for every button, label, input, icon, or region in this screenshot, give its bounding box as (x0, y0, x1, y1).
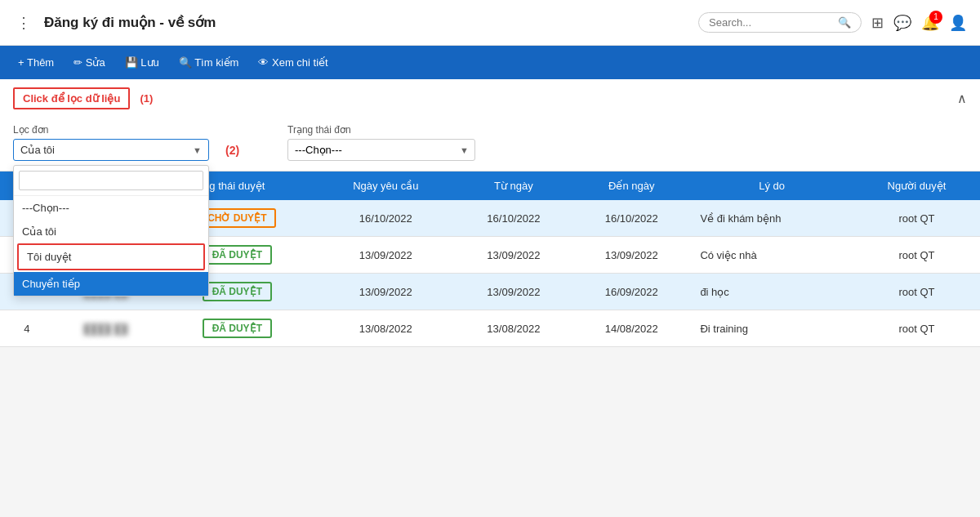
filter-header: Click để lọc dữ liệu (1) ∧ (13, 79, 967, 118)
notification-badge: 1 (929, 11, 942, 24)
trangthai-select-wrapper: ---Chọn--- ▼ (287, 139, 475, 161)
dropdown-item-chuyentiep[interactable]: Chuyển tiếp (14, 272, 208, 296)
filter-count: (1) (140, 92, 153, 105)
cell-ngayyeucau: 13/09/2022 (317, 274, 455, 310)
status-badge: ĐÃ DUYỆT (203, 282, 272, 301)
cell-num: 4 (0, 310, 54, 347)
grid-icon: ⊞ (871, 15, 884, 31)
cell-lydo: Có việc nhà (690, 237, 853, 274)
cell-tungay: 13/09/2022 (455, 237, 572, 274)
search-input[interactable] (709, 16, 838, 29)
chat-button[interactable]: 💬 (893, 14, 911, 32)
loc-don-chevron: ▼ (193, 145, 202, 155)
cell-tungay: 16/10/2022 (455, 200, 572, 237)
table-row: 4████ ██ĐÃ DUYỆT13/08/202213/08/202214/0… (0, 310, 980, 347)
cell-denngay: 16/09/2022 (572, 274, 690, 310)
cell-ngayyeucau: 13/09/2022 (317, 237, 455, 274)
cell-denngay: 14/08/2022 (572, 310, 690, 347)
blurred-name: ████ ██ (83, 323, 127, 335)
cell-nguoiduyet: root QT (853, 310, 980, 347)
loc-don-select-wrapper[interactable]: Của tôi ▼ (13, 139, 209, 161)
cell-ngayyeucau: 13/08/2022 (317, 310, 455, 347)
loc-don-dropdown-menu: ---Chọn--- Của tôi Tôi duyệt Chuyển tiếp (13, 165, 209, 296)
cell-denngay: 13/09/2022 (572, 237, 690, 274)
user-icon: 👤 (949, 15, 967, 31)
cell-nguoiduyet: root QT (853, 200, 980, 237)
filter-group-trangthai: Trạng thái đơn ---Chọn--- ▼ (287, 124, 475, 161)
collapse-button[interactable]: ∧ (957, 91, 967, 106)
cell-tungay: 13/09/2022 (455, 274, 572, 310)
cell-lydo: Đi training (690, 310, 853, 347)
grid-button[interactable]: ⊞ (871, 14, 884, 32)
cell-status: ĐÃ DUYỆT (158, 310, 317, 347)
search-box[interactable]: 🔍 (698, 12, 862, 33)
col-ngayyeucau: Ngày yêu cầu (317, 172, 455, 200)
col-nguoiduyet: Người duyệt (853, 172, 980, 200)
search-icon[interactable]: 🔍 (838, 16, 851, 29)
timkiem-button[interactable]: 🔍 Tìm kiếm (171, 52, 247, 73)
loc-don-dropdown-wrapper: Của tôi ▼ ---Chọn--- Của tôi Tôi duyệt C… (13, 139, 209, 161)
top-navigation: ⋮ Đăng ký đi muộn - về sớm 🔍 ⊞ 💬 🔔 1 👤 (0, 0, 980, 46)
dropdown-item-chon[interactable]: ---Chọn--- (14, 196, 208, 220)
click-filter-button[interactable]: Click để lọc dữ liệu (13, 87, 130, 109)
status-badge: ĐÃ DUYỆT (203, 319, 272, 338)
cell-tungay: 13/08/2022 (455, 310, 572, 347)
page-title: Đăng ký đi muộn - về sớm (44, 14, 216, 31)
cell-ngayyeucau: 16/10/2022 (317, 200, 455, 237)
col-denngay: Đến ngày (572, 172, 690, 200)
xemchitiet-button[interactable]: 👁 Xem chi tiết (250, 52, 336, 73)
chat-icon: 💬 (893, 15, 911, 31)
col-tungay: Từ ngày (455, 172, 572, 200)
filter-row: Lọc đơn Của tôi ▼ ---Chọn--- Của tôi Tôi… (13, 118, 967, 171)
luu-button[interactable]: 💾 Lưu (117, 52, 167, 73)
loc-don-label: Lọc đơn (13, 124, 209, 136)
cell-name: ████ ██ (54, 310, 158, 347)
user-button[interactable]: 👤 (949, 14, 967, 32)
cell-lydo: Về đi khám bệnh (690, 200, 853, 237)
cell-nguoiduyet: root QT (853, 237, 980, 274)
filter-header-left: Click để lọc dữ liệu (1) (13, 87, 153, 109)
cell-lydo: đi học (690, 274, 853, 310)
trangthai-label: Trạng thái đơn (287, 124, 475, 136)
dropdown-item-cuatoi[interactable]: Của tôi (14, 220, 208, 243)
col-lydo: Lý do (690, 172, 853, 200)
status-badge: ĐÃ DUYỆT (203, 245, 272, 265)
cell-denngay: 16/10/2022 (572, 200, 690, 237)
status-badge: CHỜ DUYỆT (198, 208, 276, 228)
them-button[interactable]: + Thêm (10, 52, 62, 73)
dropdown-search-input[interactable] (19, 171, 203, 190)
filter-section: Click để lọc dữ liệu (1) ∧ Lọc đơn Của t… (0, 79, 980, 172)
bell-button[interactable]: 🔔 1 (921, 14, 939, 32)
dropdown-search-area (14, 166, 208, 196)
sua-button[interactable]: ✏ Sửa (65, 52, 114, 73)
dropdown-item-toiduyet[interactable]: Tôi duyệt (17, 243, 205, 270)
annotation-2: (2) (225, 144, 239, 157)
top-nav-left: ⋮ Đăng ký đi muộn - về sớm (13, 11, 216, 35)
menu-button[interactable]: ⋮ (13, 11, 34, 35)
loc-don-value: Của tôi (20, 144, 185, 156)
filter-group-loc-don: Lọc đơn Của tôi ▼ ---Chọn--- Của tôi Tôi… (13, 124, 209, 161)
trangthai-select[interactable]: ---Chọn--- (287, 139, 475, 161)
toolbar: + Thêm ✏ Sửa 💾 Lưu 🔍 Tìm kiếm 👁 Xem chi … (0, 46, 980, 79)
menu-icon: ⋮ (16, 15, 31, 31)
cell-nguoiduyet: root QT (853, 274, 980, 310)
top-nav-right: 🔍 ⊞ 💬 🔔 1 👤 (698, 12, 967, 33)
